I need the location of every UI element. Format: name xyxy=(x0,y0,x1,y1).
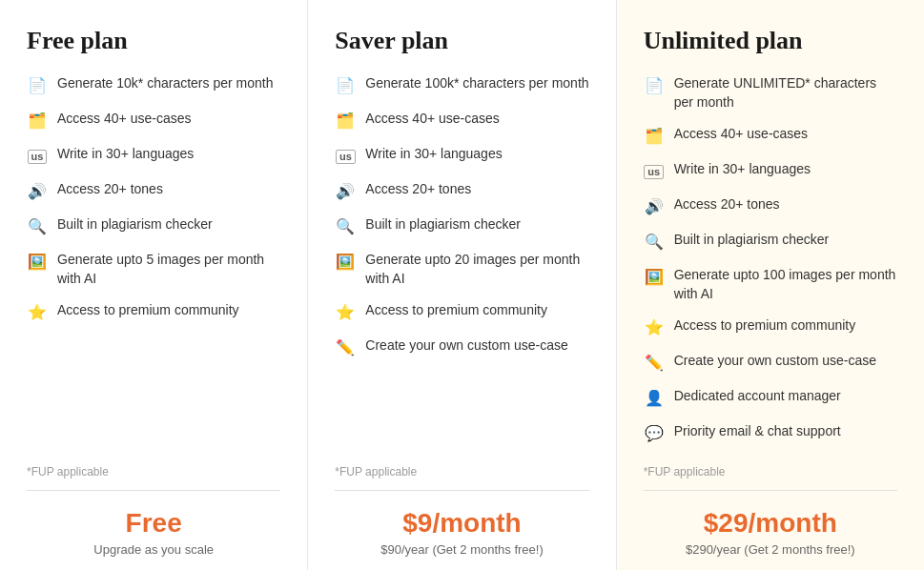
list-item: usWrite in 30+ languages xyxy=(335,145,588,167)
image-icon: 🖼️ xyxy=(27,252,48,273)
price-section-free: FreeUpgrade as you scale xyxy=(27,490,280,557)
list-item: 📄Generate UNLIMITED* characters per mont… xyxy=(644,74,897,112)
feature-list-saver: 📄Generate 100k* characters per month🗂️Ac… xyxy=(335,74,588,458)
feature-text: Generate 100k* characters per month xyxy=(365,74,588,93)
price-main: Free xyxy=(27,508,280,539)
list-item: 📄Generate 100k* characters per month xyxy=(335,74,588,96)
list-item: 🗂️Access 40+ use-cases xyxy=(27,110,280,132)
document-icon: 📄 xyxy=(335,75,356,96)
document-icon: 📄 xyxy=(27,75,48,96)
image-icon: 🖼️ xyxy=(644,267,665,288)
pencil-icon: ✏️ xyxy=(644,353,665,374)
list-item: 🔍Built in plagiarism checker xyxy=(335,215,588,237)
plan-card-free: Free plan📄Generate 10k* characters per m… xyxy=(0,0,308,570)
feature-text: Access to premium community xyxy=(365,301,547,320)
feature-list-free: 📄Generate 10k* characters per month🗂️Acc… xyxy=(27,74,280,458)
image-icon: 🖼️ xyxy=(335,252,356,273)
price-sub: $90/year (Get 2 months free!) xyxy=(335,542,588,557)
list-item: ✏️Create your own custom use-case xyxy=(335,336,588,358)
feature-text: Generate upto 100 images per month with … xyxy=(674,266,897,303)
list-item: 🔍Built in plagiarism checker xyxy=(644,231,897,253)
feature-text: Access 20+ tones xyxy=(57,180,163,199)
price-main: $9/month xyxy=(335,508,588,539)
feature-text: Create your own custom use-case xyxy=(674,352,876,371)
feature-text: Generate upto 20 images per month with A… xyxy=(365,251,588,288)
fup-note: *FUP applicable xyxy=(27,465,280,478)
us-icon: us xyxy=(335,146,356,167)
feature-text: Generate UNLIMITED* characters per month xyxy=(674,74,897,112)
list-item: ⭐Access to premium community xyxy=(644,316,897,338)
list-item: 🖼️Generate upto 5 images per month with … xyxy=(27,251,280,288)
feature-text: Built in plagiarism checker xyxy=(57,215,213,234)
price-section-saver: $9/month$90/year (Get 2 months free!) xyxy=(335,490,588,557)
plan-card-saver: Saver plan📄Generate 100k* characters per… xyxy=(308,0,616,570)
pencil-icon: ✏️ xyxy=(335,337,356,358)
chat-icon: 💬 xyxy=(644,423,665,444)
plan-title-saver: Saver plan xyxy=(335,27,588,55)
list-item: 🖼️Generate upto 20 images per month with… xyxy=(335,251,588,288)
star-icon: ⭐ xyxy=(27,302,48,323)
feature-text: Write in 30+ languages xyxy=(674,160,811,179)
feature-text: Access to premium community xyxy=(57,301,239,320)
plan-card-unlimited: Unlimited plan📄Generate UNLIMITED* chara… xyxy=(617,0,924,570)
list-item: 🖼️Generate upto 100 images per month wit… xyxy=(644,266,897,303)
price-sub: Upgrade as you scale xyxy=(27,542,280,557)
list-item: 📄Generate 10k* characters per month xyxy=(27,74,280,96)
list-item: 🔊Access 20+ tones xyxy=(644,195,897,217)
speaker-icon: 🔊 xyxy=(335,181,356,202)
feature-text: Access 20+ tones xyxy=(365,180,471,199)
fup-note: *FUP applicable xyxy=(644,465,897,478)
fup-note: *FUP applicable xyxy=(335,465,588,478)
feature-list-unlimited: 📄Generate UNLIMITED* characters per mont… xyxy=(644,74,897,458)
list-item: ⭐Access to premium community xyxy=(335,301,588,323)
list-item: ⭐Access to premium community xyxy=(27,301,280,323)
feature-text: Write in 30+ languages xyxy=(365,145,502,164)
feature-text: Access 40+ use-cases xyxy=(57,110,191,129)
list-item: 🔊Access 20+ tones xyxy=(335,180,588,202)
layers-icon: 🗂️ xyxy=(644,126,665,147)
us-icon: us xyxy=(27,146,48,167)
star-icon: ⭐ xyxy=(335,302,356,323)
plans-container: Free plan📄Generate 10k* characters per m… xyxy=(0,0,924,570)
feature-text: Built in plagiarism checker xyxy=(674,231,830,250)
list-item: ✏️Create your own custom use-case xyxy=(644,352,897,374)
star-icon: ⭐ xyxy=(644,317,665,338)
price-main: $29/month xyxy=(644,508,897,539)
feature-text: Generate upto 5 images per month with AI xyxy=(57,251,280,288)
us-icon: us xyxy=(644,161,665,182)
feature-text: Dedicated account manager xyxy=(674,387,841,406)
feature-text: Create your own custom use-case xyxy=(365,336,567,356)
feature-text: Priority email & chat support xyxy=(674,422,841,441)
layers-icon: 🗂️ xyxy=(27,111,48,132)
list-item: 🔍Built in plagiarism checker xyxy=(27,215,280,237)
plan-title-free: Free plan xyxy=(27,27,280,55)
list-item: 👤Dedicated account manager xyxy=(644,387,897,409)
list-item: 🔊Access 20+ tones xyxy=(27,180,280,202)
price-sub: $290/year (Get 2 months free!) xyxy=(644,542,897,557)
list-item: 💬Priority email & chat support xyxy=(644,422,897,444)
feature-text: Write in 30+ languages xyxy=(57,145,194,164)
feature-text: Access 40+ use-cases xyxy=(365,110,499,129)
list-item: usWrite in 30+ languages xyxy=(644,160,897,182)
document-icon: 📄 xyxy=(644,75,665,96)
plan-title-unlimited: Unlimited plan xyxy=(644,27,897,55)
list-item: 🗂️Access 40+ use-cases xyxy=(335,110,588,132)
feature-text: Built in plagiarism checker xyxy=(365,215,521,234)
feature-text: Access 40+ use-cases xyxy=(674,125,808,144)
person-icon: 👤 xyxy=(644,388,665,409)
speaker-icon: 🔊 xyxy=(27,181,48,202)
feature-text: Generate 10k* characters per month xyxy=(57,74,273,93)
list-item: 🗂️Access 40+ use-cases xyxy=(644,125,897,147)
price-section-unlimited: $29/month$290/year (Get 2 months free!) xyxy=(644,490,897,557)
feature-text: Access 20+ tones xyxy=(674,195,780,214)
feature-text: Access to premium community xyxy=(674,316,856,336)
search-icon: 🔍 xyxy=(335,216,356,237)
speaker-icon: 🔊 xyxy=(644,196,665,217)
search-icon: 🔍 xyxy=(644,232,665,253)
list-item: usWrite in 30+ languages xyxy=(27,145,280,167)
search-icon: 🔍 xyxy=(27,216,48,237)
layers-icon: 🗂️ xyxy=(335,111,356,132)
